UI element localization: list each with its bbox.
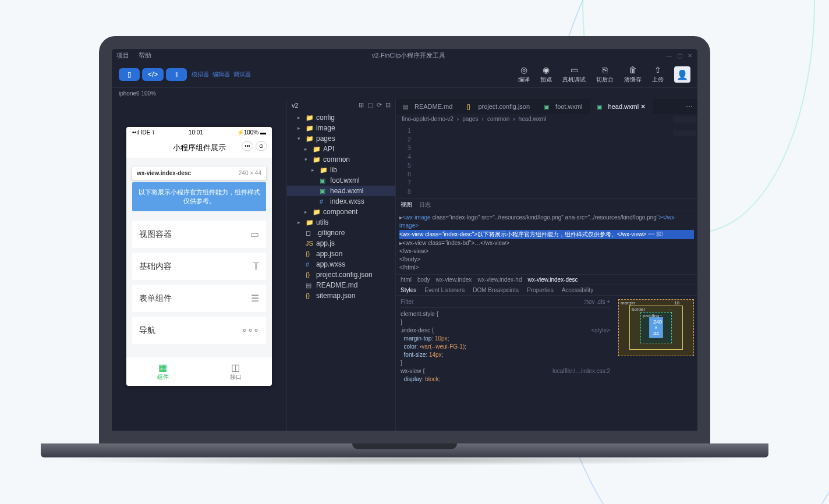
elements-crumb[interactable]: wx-view.index-hd [477,276,522,283]
compile-button[interactable]: ◎编译 [518,65,530,84]
devtools-tab-view[interactable]: 视图 [401,201,412,209]
preview-button[interactable]: ◉预览 [540,65,552,84]
devtools-subtab[interactable]: Accessibility [562,287,593,293]
tree-row[interactable]: ▣head.wxml [287,186,395,196]
tree-row[interactable]: ▸📁config [287,112,395,123]
editor-tab[interactable]: {}project.config.json [459,99,537,114]
devtools-subtab[interactable]: Properties [527,287,554,293]
tree-row[interactable]: {}app.json [287,249,395,259]
devtools-panel: 视图 日志 ▸<wx-image class="index-logo" src=… [396,198,697,431]
tree-row[interactable]: JSapp.js [287,238,395,249]
laptop-frame: 项目 帮助 v2-FinClip小程序开发工具 — ▢ ✕ ▯ </> ⫴ 模拟… [99,36,710,466]
file-icon: 📁 [313,145,321,153]
tree-row[interactable]: {}project.config.json [287,269,395,280]
refresh-icon[interactable]: ⟳ [377,101,382,109]
file-icon: # [320,198,328,205]
elements-crumb[interactable]: body [417,276,430,283]
menu-project[interactable]: 项目 [116,51,129,60]
devtools-subtab[interactable]: Styles [401,287,416,293]
mode-simulator-button[interactable]: ▯ [119,68,140,81]
code-editor[interactable]: 12345678 [396,124,697,198]
file-explorer: v2 ⊞ ▢ ⟳ ⊟ ▸📁config▸📁image▾📁pages▸📁API▾📁… [286,99,396,431]
chevron-icon: ▸ [311,167,317,173]
breadcrumb-item[interactable]: fino-applet-demo-v2 [402,116,454,122]
styles-filter-input[interactable]: Filter [401,298,413,306]
minimap[interactable] [673,116,696,186]
laptop-base [41,443,768,457]
phone-tabbar: ▦组件 ◫接口 [126,357,272,386]
mode-editor-button[interactable]: </> [142,68,164,81]
device-icon: ▭ [571,65,578,74]
clear-cache-button[interactable]: 🗑清缓存 [624,65,642,84]
elements-tree[interactable]: ▸<wx-image class="index-logo" src="../re… [396,211,697,274]
tree-row[interactable]: {}sitemap.json [287,290,395,301]
collapse-icon[interactable]: ⊟ [385,101,391,109]
tab-api[interactable]: ◫接口 [199,357,272,386]
tree-row[interactable]: ▤README.md [287,280,395,290]
tree-row[interactable]: #app.wxss [287,259,395,269]
list-item-icon: ▭ [250,229,259,240]
tab-overflow-icon[interactable]: ⋯ [681,102,697,111]
upload-button[interactable]: ⇧上传 [652,65,664,84]
titlebar: 项目 帮助 v2-FinClip小程序开发工具 — ▢ ✕ [112,49,697,62]
device-label: iphone6 [119,90,140,97]
avatar[interactable]: 👤 [674,66,690,83]
menu-help[interactable]: 帮助 [139,51,151,60]
devtools-tab-log[interactable]: 日志 [419,201,431,209]
switch-icon: ⎘ [603,65,607,74]
new-file-icon[interactable]: ⊞ [359,101,364,109]
elements-crumb[interactable]: wx-view.index [436,276,472,283]
code-icon: </> [148,70,158,79]
file-icon: 📁 [306,219,314,226]
box-model: margin10 border- padding- 240 × 44 [615,296,697,431]
tree-row[interactable]: ▸📁component [287,207,395,217]
capsule-close-icon[interactable]: ⊙ [256,141,267,151]
editor-tabs: ▤README.md{}project.config.json▣foot.wxm… [396,99,697,114]
list-item[interactable]: 导航∘∘∘ [132,317,266,344]
phone-preview: ••ıl IDE ⌇ 10:01 ⚡100% ▬ 小程序组件展示 ••• ⊙ [126,127,272,386]
chevron-icon: ▾ [297,136,303,141]
tree-row[interactable]: ▾📁common [287,154,395,165]
phone-statusbar: ••ıl IDE ⌇ 10:01 ⚡100% ▬ [126,127,272,138]
devtools-subtab[interactable]: Event Listeners [424,287,465,293]
breadcrumb-item[interactable]: common [487,116,509,122]
styles-pane[interactable]: Filter :hov .cls + element.style { } .in… [396,296,615,431]
grid-icon: ▦ [131,362,194,373]
tree-row[interactable]: ▣foot.wxml [287,175,395,186]
explorer-root[interactable]: v2 [292,102,299,109]
tab-components[interactable]: ▦组件 [126,357,199,386]
editor-tab[interactable]: ▣foot.wxml [537,99,589,114]
minimize-icon[interactable]: — [666,52,672,58]
breadcrumb-item[interactable]: head.wxml [519,116,547,122]
background-button[interactable]: ⎘切后台 [596,65,614,84]
tree-row[interactable]: ▸📁API [287,144,395,154]
breadcrumb: fino-applet-demo-v2›pages›common›head.wx… [396,114,697,124]
phone-title: 小程序组件展示 [173,143,226,152]
editor-area: ▤README.md{}project.config.json▣foot.wxm… [396,99,697,431]
api-icon: ◫ [204,362,267,373]
list-item[interactable]: 基础内容𝕋 [132,253,266,280]
file-icon: 📁 [306,135,314,143]
mode-debugger-button[interactable]: ⫴ [166,68,187,81]
list-item[interactable]: 表单组件☰ [132,285,266,312]
tree-row[interactable]: ◻.gitignore [287,228,395,238]
tree-row[interactable]: ▸📁image [287,123,395,133]
chevron-icon: ▸ [304,146,310,152]
tree-row[interactable]: ▾📁pages [287,133,395,144]
maximize-icon[interactable]: ▢ [676,52,682,58]
close-icon[interactable]: ✕ [687,52,693,58]
breadcrumb-item[interactable]: pages [462,116,478,122]
elements-crumb[interactable]: html [401,276,412,283]
capsule-more-icon[interactable]: ••• [242,141,253,151]
tree-row[interactable]: #index.wxss [287,196,395,207]
elements-crumb[interactable]: wx-view.index-desc [527,276,578,283]
editor-tab[interactable]: ▣head.wxml ✕ [590,99,653,114]
devtools-subtab[interactable]: DOM Breakpoints [473,287,519,293]
tree-row[interactable]: ▸📁utils [287,217,395,228]
tree-row[interactable]: ▸📁lib [287,165,395,175]
list-item[interactable]: 视图容器▭ [132,221,266,248]
new-folder-icon[interactable]: ▢ [367,101,373,109]
editor-tab[interactable]: ▤README.md [396,99,459,114]
remote-debug-button[interactable]: ▭真机调试 [562,65,586,84]
file-icon: ▣ [544,104,552,110]
